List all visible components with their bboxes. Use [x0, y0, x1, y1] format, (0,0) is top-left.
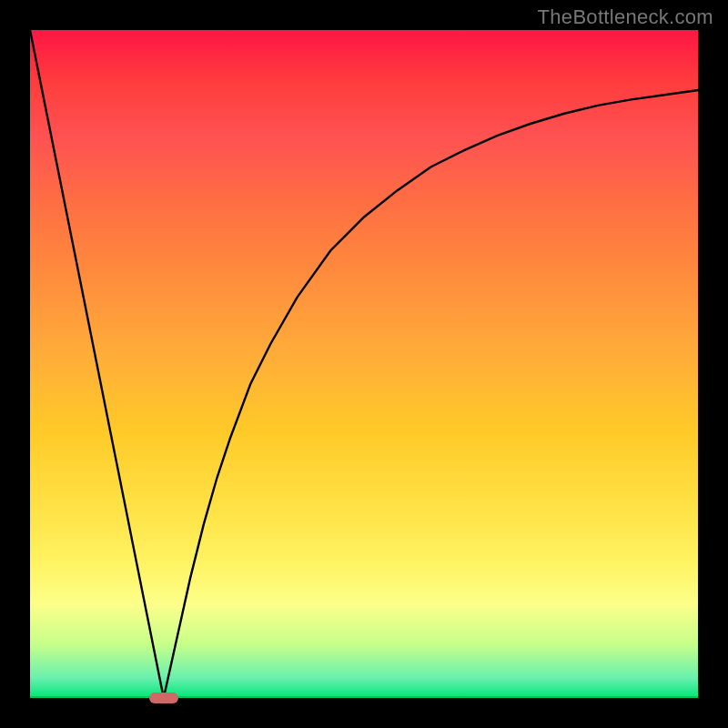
curve-path: [30, 30, 698, 698]
optimal-point-marker: [149, 693, 178, 703]
chart-frame: TheBottleneck.com: [0, 0, 728, 728]
bottleneck-curve: [30, 30, 698, 698]
watermark-text: TheBottleneck.com: [538, 5, 713, 29]
plot-area: [30, 30, 698, 698]
